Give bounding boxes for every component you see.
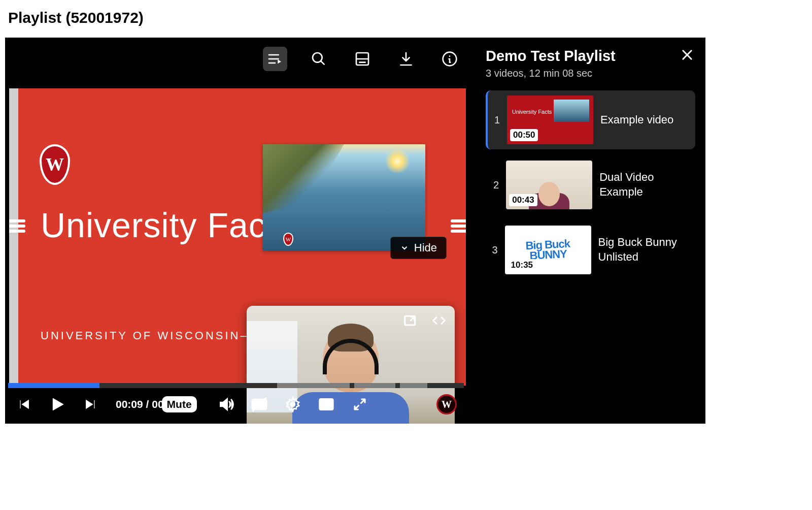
mute-tooltip: Mute [162,396,197,412]
pip-swap-icon[interactable] [429,312,449,329]
progress-bar[interactable] [8,383,464,388]
playback-controls: 00:09 / 00 Mute W [5,383,467,424]
video-stage[interactable]: W University Facts UNIVERSITY OF WISCONS… [9,88,466,386]
playlist-index: 2 [491,179,499,191]
previous-button[interactable] [15,396,32,413]
download-icon[interactable] [394,47,418,71]
hide-label: Hide [414,241,437,254]
volume-button[interactable] [217,396,234,413]
uw-crest-icon: W [40,144,75,195]
playlist-item[interactable]: 3 Big BuckBUNNY 10:35 Big Buck Bunny Unl… [486,220,695,279]
top-icon-bar [263,47,462,71]
play-button[interactable] [49,396,66,413]
slide-title: University Facts [41,205,294,245]
settings-gear-icon[interactable] [284,396,301,413]
playlist-duration: 00:43 [509,194,537,206]
video-player: W University Facts UNIVERSITY OF WISCONS… [5,38,705,424]
time-display: 00:09 / 00 Mute [116,396,201,412]
playlist-item[interactable]: 1 University Facts 00:50 Example video [486,90,695,149]
page-title: Playlist (52001972) [8,9,807,26]
info-icon[interactable] [437,47,462,71]
playlist-duration: 10:35 [508,259,536,271]
playlist-title: Demo Test Playlist [486,48,616,65]
svg-rect-7 [325,404,331,408]
playlist-thumbnail: University Facts 00:50 [507,95,593,144]
hide-inset-button[interactable]: Hide [390,237,447,259]
playlist-duration: 00:50 [510,129,538,141]
playlist-item[interactable]: 2 00:43 Dual Video Example [486,155,695,214]
captions-off-icon[interactable] [251,396,268,413]
slide-inset-image: W [263,144,425,251]
playlist-index: 1 [491,114,500,126]
next-button[interactable] [82,396,99,413]
search-icon[interactable] [307,47,331,71]
playlist-item-title: Big Buck Bunny Unlisted [598,235,690,264]
playlist-index: 3 [491,244,498,256]
svg-point-5 [291,402,295,406]
pip-popout-icon[interactable] [401,312,420,329]
playlist-summary: 3 videos, 12 min 08 sec [486,68,616,79]
slide-subtitle: UNIVERSITY OF WISCONSIN–MAD [41,329,280,342]
uw-logo-button[interactable]: W [436,394,457,415]
fullscreen-button[interactable] [351,396,368,413]
progress-fill [8,383,99,388]
playlist-item-title: Example video [600,113,673,128]
pip-toggle-icon[interactable] [318,396,335,413]
close-icon[interactable] [680,48,695,63]
playlist-icon[interactable] [263,47,287,71]
playlist-sidebar: Demo Test Playlist 3 videos, 12 min 08 s… [480,38,705,424]
transcript-icon[interactable] [350,47,375,71]
playlist-thumbnail: Big BuckBUNNY 10:35 [505,226,591,274]
playlist-item-title: Dual Video Example [599,170,690,199]
playlist-thumbnail: 00:43 [506,161,592,209]
